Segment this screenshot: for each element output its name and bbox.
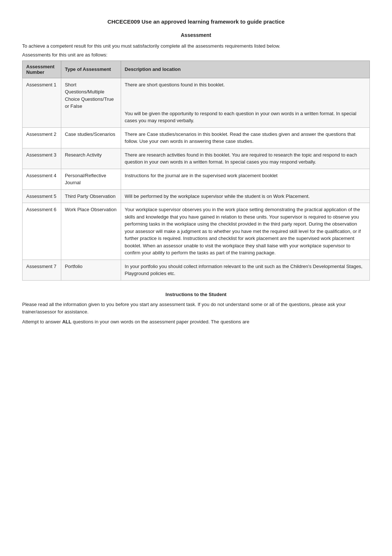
assessment-type: Work Place Observation xyxy=(61,203,121,260)
assessment-type: Short Questions/Multiple Choice Question… xyxy=(61,78,121,127)
section-title: Assessment xyxy=(22,32,370,38)
assessment-type: Case studies/Scenarios xyxy=(61,127,121,148)
assessment-number: Assessment 3 xyxy=(23,148,61,169)
table-row: Assessment 2Case studies/ScenariosThere … xyxy=(23,127,370,148)
assessments-label: Assessments for this unit are as follows… xyxy=(22,52,370,58)
assessment-type: Portfolio xyxy=(61,260,121,280)
instructions-para-2: Attempt to answer ALL questions in your … xyxy=(22,318,370,326)
assessment-number: Assessment 2 xyxy=(23,127,61,148)
assessment-number: Assessment 5 xyxy=(23,189,61,203)
table-row: Assessment 7PortfolioIn your portfolio y… xyxy=(23,260,370,280)
assessment-description: Will be performed by the workplace super… xyxy=(121,189,369,203)
assessment-description: Instructions for the journal are in the … xyxy=(121,169,369,189)
assessment-number: Assessment 6 xyxy=(23,203,61,260)
table-row: Assessment 4Personal/Reflective Journal … xyxy=(23,169,370,189)
assessment-type: Personal/Reflective Journal xyxy=(61,169,121,189)
assessment-number: Assessment 7 xyxy=(23,260,61,280)
col-header-description: Description and location xyxy=(121,61,369,78)
table-row: Assessment 3Research ActivityThere are r… xyxy=(23,148,370,169)
col-header-number: Assessment Number xyxy=(23,61,61,78)
intro-text-1: To achieve a competent result for this u… xyxy=(22,42,370,50)
assessment-description: In your portfolio you should collect inf… xyxy=(121,260,369,280)
table-row: Assessment 5Third Party ObservationWill … xyxy=(23,189,370,203)
assessment-description: There are research activities found in t… xyxy=(121,148,369,169)
col-header-type: Type of Assessment xyxy=(61,61,121,78)
table-row: Assessment 1Short Questions/Multiple Cho… xyxy=(23,78,370,127)
assessment-type: Research Activity xyxy=(61,148,121,169)
table-row: Assessment 6Work Place ObservationYour w… xyxy=(23,203,370,260)
assessment-description: There are short questions found in this … xyxy=(121,78,369,127)
assessment-type: Third Party Observation xyxy=(61,189,121,203)
instructions-title: Instructions to the Student xyxy=(22,292,370,297)
assessment-number: Assessment 4 xyxy=(23,169,61,189)
instructions-section: Instructions to the Student Please read … xyxy=(22,292,370,326)
assessment-description: There are Case studies/scenarios in this… xyxy=(121,127,369,148)
assessment-description: Your workplace supervisor observes you i… xyxy=(121,203,369,260)
assessments-table: Assessment Number Type of Assessment Des… xyxy=(22,61,370,281)
instructions-para-1: Please read all the information given to… xyxy=(22,301,370,316)
page-title: CHCECE009 Use an approved learning frame… xyxy=(22,18,370,25)
assessment-number: Assessment 1 xyxy=(23,78,61,127)
